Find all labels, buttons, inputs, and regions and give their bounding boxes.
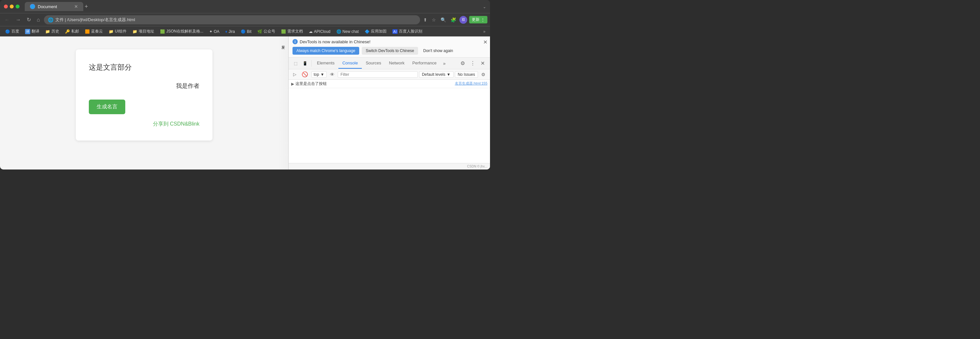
- dont-show-again-button[interactable]: Don't show again: [421, 47, 456, 55]
- title-bar: 🌐 Document ✕ + ⌄: [0, 0, 490, 13]
- bookmark-translate[interactable]: 译 翻译: [22, 28, 42, 35]
- console-levels-dropdown[interactable]: Default levels ▼: [419, 71, 453, 78]
- bookmark-jira[interactable]: ♦ Jira: [223, 28, 237, 35]
- tab-close-button[interactable]: ✕: [74, 4, 78, 9]
- tab-sources[interactable]: Sources: [362, 58, 385, 68]
- history-icon: 📁: [45, 29, 50, 34]
- newchat-icon: 🌐: [336, 29, 341, 34]
- back-button[interactable]: ←: [3, 16, 12, 24]
- reload-button[interactable]: ↻: [25, 15, 33, 24]
- bookmark-docs[interactable]: 🟩 需求文档: [278, 28, 305, 35]
- bookmark-history[interactable]: 📁 历史: [43, 28, 62, 35]
- home-button[interactable]: ⌂: [35, 16, 42, 24]
- address-bar[interactable]: 🌐 文件 | /Users/jhxl/Desktop/名言生成器.html: [44, 15, 420, 24]
- content-area: 这是文言部分 我是作者 生成名言 分享到 CSDN&Blink 开发 × i D…: [0, 37, 490, 170]
- bookmark-json[interactable]: 🟩 JSON在线解析及格...: [158, 28, 206, 35]
- close-notification-button[interactable]: ✕: [483, 39, 487, 45]
- bookmark-project[interactable]: 📁 项目地址: [130, 28, 157, 35]
- docs-icon: 🟩: [281, 29, 286, 34]
- devtools-settings-icon[interactable]: ⚙: [458, 58, 468, 68]
- devtools-menu-icon[interactable]: ⋮: [468, 58, 478, 68]
- forward-button[interactable]: →: [14, 16, 23, 24]
- bottom-status-text: CSDN © jhx...: [467, 165, 487, 168]
- update-button[interactable]: 更新 ⋮: [469, 16, 487, 24]
- bookmarks-bar: 🔵 百度 译 翻译 📁 历史 🔑 私邮 🟧 蓝奏云 📁 UI组件 📁 项目地址: [0, 26, 490, 37]
- jira-icon: ♦: [225, 29, 227, 34]
- console-source-link[interactable]: 名言生成器.html:155: [455, 81, 487, 86]
- console-filter-input[interactable]: [338, 71, 418, 78]
- page-content: 这是文言部分 我是作者 生成名言 分享到 CSDN&Blink 开发 ×: [0, 37, 288, 170]
- console-toolbar: ▷ 🚫 top ▼ 👁 Default levels ▼ No Issues ⚙: [289, 69, 490, 80]
- device-mode-icon[interactable]: 📱: [300, 59, 310, 68]
- bookmark-face[interactable]: AI 百度人脸识别: [390, 28, 425, 35]
- more-tabs-button[interactable]: »: [441, 59, 449, 68]
- bookmark-gzh[interactable]: 🌿 公众号: [255, 28, 278, 35]
- tab-console[interactable]: Console: [338, 58, 362, 68]
- devtools-tabs: ⬚ 📱 Elements Console Sources Network Per…: [289, 57, 490, 69]
- right-partial-overlay: 开发 ×: [278, 37, 288, 170]
- generate-quote-button[interactable]: 生成名言: [89, 100, 125, 114]
- tab-performance[interactable]: Performance: [408, 58, 440, 68]
- bit-icon: 🔵: [241, 29, 246, 34]
- console-context-selector[interactable]: top ▼: [311, 71, 327, 78]
- baidu-icon: 🔵: [5, 29, 10, 34]
- new-tab-button[interactable]: +: [84, 3, 88, 10]
- devtools-icon[interactable]: 🔍: [439, 16, 447, 24]
- info-icon: i: [293, 39, 298, 44]
- traffic-lights: [4, 5, 19, 8]
- devtools-close-button[interactable]: ✕: [478, 58, 487, 68]
- bookmarks-more-button[interactable]: »: [481, 28, 487, 35]
- bookmark-newchat[interactable]: 🌐 New chat: [334, 28, 361, 35]
- ui-icon: 📁: [109, 29, 113, 34]
- bookmark-baidu[interactable]: 🔵 百度: [3, 28, 22, 35]
- quote-text: 这是文言部分: [89, 62, 199, 72]
- console-settings-icon[interactable]: ⚙: [479, 71, 487, 78]
- bookmark-lanzou[interactable]: 🟧 蓝奏云: [82, 28, 105, 35]
- chevron-down-icon[interactable]: ⌄: [483, 5, 486, 9]
- minimize-window-button[interactable]: [10, 5, 14, 8]
- right-partial-text2: ×: [282, 46, 284, 49]
- oa-icon: ✦: [209, 29, 212, 34]
- share-link[interactable]: 分享到 CSDN&Blink: [89, 121, 199, 127]
- bookmark-apicloud[interactable]: ☁ APICloud: [306, 28, 333, 35]
- notification-message: DevTools is now available in Chinese!: [300, 39, 371, 44]
- console-clear-icon[interactable]: 🚫: [300, 70, 310, 78]
- jiagu-icon: 🔷: [365, 29, 370, 34]
- window-controls-right: ⌄: [483, 3, 486, 10]
- email-icon: 🔑: [65, 29, 70, 34]
- inspect-element-icon[interactable]: ⬚: [291, 59, 300, 68]
- bookmark-ui[interactable]: 📁 UI组件: [106, 28, 129, 35]
- bookmark-jiagu[interactable]: 🔷 应用加固: [362, 28, 389, 35]
- close-window-button[interactable]: [4, 5, 8, 8]
- devtools-bottom-bar: CSDN © jhx...: [289, 163, 490, 170]
- console-expand-icon[interactable]: ▶: [291, 82, 294, 86]
- console-ctx-chevron-icon: ▼: [320, 72, 325, 77]
- page-inner: 这是文言部分 我是作者 生成名言 分享到 CSDN&Blink: [0, 37, 288, 170]
- profile-icon[interactable]: 双: [460, 16, 467, 24]
- bookmark-bit[interactable]: 🔵 Bit: [238, 28, 254, 35]
- json-icon: 🟩: [160, 29, 165, 34]
- tab-title: Document: [38, 4, 57, 9]
- default-levels-label: Default levels: [422, 72, 445, 77]
- bookmark-email[interactable]: 🔑 私邮: [62, 28, 82, 35]
- notification-actions: Always match Chrome's language Switch De…: [293, 47, 486, 55]
- browser-tab[interactable]: 🌐 Document ✕: [25, 2, 83, 11]
- nav-right-icons: ⬆ ☆ 🔍 🧩 双 更新 ⋮: [422, 16, 487, 24]
- tab-separator: [311, 60, 312, 67]
- switch-to-chinese-button[interactable]: Switch DevTools to Chinese: [362, 47, 418, 55]
- tab-elements[interactable]: Elements: [313, 58, 338, 68]
- extensions-icon[interactable]: 🧩: [449, 16, 457, 24]
- quote-card: 这是文言部分 我是作者 生成名言 分享到 CSDN&Blink: [76, 49, 212, 140]
- share-icon[interactable]: ⬆: [422, 16, 428, 24]
- project-icon: 📁: [132, 29, 137, 34]
- tab-network[interactable]: Network: [385, 58, 409, 68]
- bookmark-icon[interactable]: ☆: [430, 16, 437, 24]
- bookmark-oa[interactable]: ✦ OA: [207, 28, 222, 35]
- face-icon: AI: [392, 29, 398, 34]
- console-issues-button[interactable]: No Issues: [455, 71, 478, 78]
- always-match-language-button[interactable]: Always match Chrome's language: [293, 47, 359, 55]
- console-eye-icon[interactable]: 👁: [328, 71, 336, 78]
- tab-bar: 🌐 Document ✕ +: [25, 2, 480, 11]
- console-run-icon[interactable]: ▷: [291, 71, 298, 78]
- maximize-window-button[interactable]: [16, 5, 19, 8]
